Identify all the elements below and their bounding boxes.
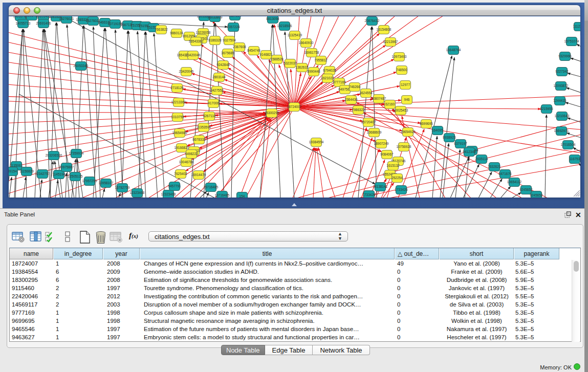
svg-text:17957255: 17957255 (82, 179, 97, 183)
svg-text:12342757: 12342757 (35, 172, 50, 176)
svg-text:1010755: 1010755 (171, 115, 184, 119)
svg-text:12213369: 12213369 (171, 100, 186, 104)
svg-text:1615132: 1615132 (386, 164, 400, 167)
svg-text:20876432: 20876432 (365, 19, 380, 23)
svg-text:2803144: 2803144 (212, 75, 226, 79)
svg-text:116753: 116753 (569, 157, 580, 161)
svg-text:5322037: 5322037 (284, 61, 297, 65)
svg-text:10973493: 10973493 (392, 55, 407, 58)
svg-text:8454749: 8454749 (247, 49, 260, 52)
svg-text:16961758: 16961758 (304, 51, 319, 54)
svg-text:16154808: 16154808 (377, 28, 391, 31)
svg-text:12093872: 12093872 (554, 84, 569, 87)
svg-text:1621022: 1621022 (321, 76, 334, 80)
svg-text:7357224: 7357224 (228, 16, 242, 17)
svg-text:1588520: 1588520 (270, 57, 284, 61)
svg-text:8699695: 8699695 (420, 122, 433, 125)
svg-text:6379197: 6379197 (454, 142, 467, 145)
svg-text:8678332: 8678332 (192, 138, 206, 141)
svg-text:7357224: 7357224 (227, 25, 240, 29)
svg-text:9245652: 9245652 (519, 188, 533, 191)
svg-text:946: 946 (404, 98, 410, 101)
svg-text:3675685: 3675685 (221, 51, 234, 55)
svg-text:17359934: 17359934 (69, 151, 84, 155)
svg-text:20975887: 20975887 (59, 165, 74, 169)
svg-text:1733426: 1733426 (395, 188, 408, 191)
svg-text:17016504: 17016504 (561, 143, 576, 146)
svg-text:11325419: 11325419 (288, 33, 302, 37)
svg-text:15751074: 15751074 (564, 39, 579, 43)
svg-text:23420046: 23420046 (186, 53, 201, 57)
svg-text:10046788: 10046788 (179, 160, 194, 164)
svg-text:19654923: 19654923 (401, 130, 416, 134)
svg-text:154: 154 (239, 194, 245, 198)
svg-text:203206536: 203206536 (46, 154, 62, 157)
svg-text:9146821: 9146821 (259, 53, 273, 56)
svg-text:8938923: 8938923 (443, 136, 456, 139)
svg-text:10654112: 10654112 (507, 180, 522, 184)
svg-text:9412345: 9412345 (463, 150, 476, 154)
svg-text:15692971: 15692971 (554, 129, 569, 133)
svg-text:9084067: 9084067 (380, 152, 394, 156)
svg-text:10210643: 10210643 (555, 114, 570, 118)
svg-text:7986322: 7986322 (352, 108, 365, 112)
svg-text:748500: 748500 (396, 68, 407, 72)
svg-text:9327504: 9327504 (223, 38, 236, 42)
svg-text:9242848: 9242848 (216, 63, 230, 67)
svg-text:1244415: 1244415 (553, 99, 567, 102)
svg-text:11353594: 11353594 (197, 125, 211, 129)
svg-text:252254: 252254 (391, 176, 403, 180)
svg-text:10756928: 10756928 (397, 145, 411, 148)
svg-text:2935114: 2935114 (475, 157, 488, 161)
svg-text:15720407: 15720407 (361, 120, 376, 124)
svg-text:1112345: 1112345 (573, 25, 580, 28)
svg-text:3267110: 3267110 (203, 114, 216, 118)
svg-text:3427552: 3427552 (210, 89, 224, 92)
svg-text:9245652: 9245652 (530, 193, 543, 197)
svg-text:1362615: 1362615 (295, 65, 309, 69)
svg-text:8186328: 8186328 (208, 38, 222, 42)
svg-text:13226058: 13226058 (196, 31, 211, 34)
svg-text:25300295: 25300295 (265, 111, 279, 115)
svg-text:8813054: 8813054 (266, 17, 279, 20)
svg-text:18724007: 18724007 (287, 105, 302, 108)
svg-text:2364436: 2364436 (344, 98, 358, 101)
svg-text:1145194: 1145194 (53, 172, 66, 176)
svg-text:62160: 62160 (385, 102, 395, 106)
svg-text:18907249: 18907249 (374, 142, 389, 145)
svg-text:19654985: 19654985 (172, 131, 187, 135)
svg-text:6794028: 6794028 (323, 69, 336, 72)
svg-text:14138141: 14138141 (373, 185, 388, 188)
svg-text:19384554: 19384554 (309, 140, 324, 144)
svg-text:12977: 12977 (401, 83, 410, 86)
svg-text:746266: 746266 (349, 85, 360, 89)
svg-text:16782759: 16782759 (115, 186, 130, 189)
svg-text:19218506: 19218506 (277, 24, 292, 28)
svg-text:10958107: 10958107 (99, 181, 114, 185)
svg-text:12323468: 12323468 (161, 192, 176, 196)
svg-text:11156829: 11156829 (19, 169, 34, 173)
svg-text:10025453: 10025453 (394, 108, 408, 112)
svg-text:12323468: 12323468 (130, 191, 145, 194)
svg-text:12505135: 12505135 (68, 174, 83, 178)
svg-text:13716485: 13716485 (204, 185, 219, 189)
svg-text:2367608: 2367608 (233, 45, 246, 49)
svg-text:9457791: 9457791 (168, 184, 181, 188)
svg-text:164095: 164095 (432, 128, 443, 132)
svg-text:8990448: 8990448 (307, 70, 320, 73)
svg-text:417006: 417006 (208, 101, 219, 105)
svg-text:15276021: 15276021 (59, 17, 74, 20)
svg-text:7955812: 7955812 (314, 58, 328, 62)
svg-text:16640910: 16640910 (299, 41, 314, 45)
svg-text:8471676: 8471676 (498, 172, 512, 176)
svg-text:12213967: 12213967 (383, 40, 398, 43)
svg-text:4498222: 4498222 (185, 152, 198, 156)
svg-text:9227342: 9227342 (555, 70, 569, 73)
svg-text:9777169: 9777169 (333, 80, 346, 84)
svg-text:16543382: 16543382 (189, 39, 204, 43)
svg-text:10688609: 10688609 (367, 130, 382, 134)
svg-text:7663822: 7663822 (155, 28, 168, 31)
svg-text:9329966: 9329966 (558, 54, 572, 58)
svg-text:14055713: 14055713 (16, 21, 31, 25)
svg-text:1733426: 1733426 (362, 193, 376, 196)
